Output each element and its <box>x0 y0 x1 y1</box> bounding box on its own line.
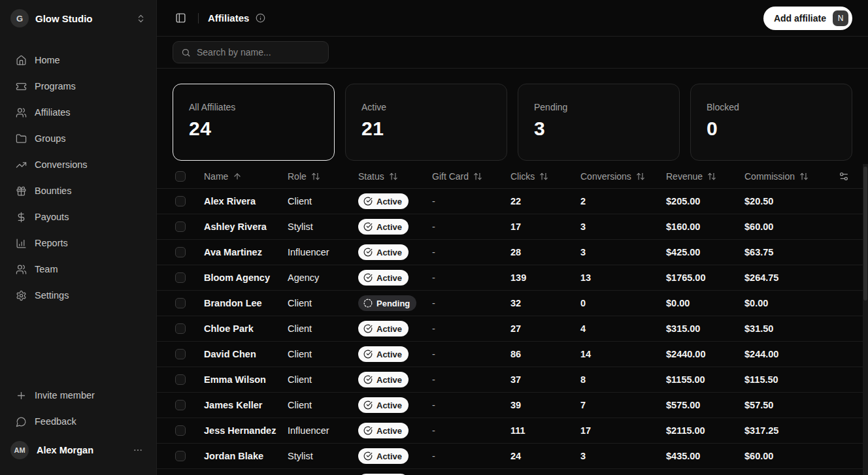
search-box[interactable] <box>173 41 329 63</box>
gift-icon <box>16 186 27 197</box>
workspace-switcher[interactable]: G Glow Studio <box>0 0 156 35</box>
circle-check-icon <box>363 222 373 231</box>
row-checkbox[interactable] <box>175 451 186 461</box>
cell-name: Jordan Blake <box>204 451 288 461</box>
row-checkbox[interactable] <box>175 298 186 308</box>
row-checkbox[interactable] <box>175 349 186 359</box>
table-row[interactable]: Chloe ParkClientActive-274$315.00$31.50 <box>157 316 868 342</box>
column-header-gift-card[interactable]: Gift Card <box>432 171 510 182</box>
cell-revenue: $205.00 <box>666 196 744 206</box>
table-row[interactable]: Active <box>157 469 868 475</box>
row-checkbox[interactable] <box>175 425 186 436</box>
select-all-checkbox[interactable] <box>175 171 186 182</box>
row-checkbox[interactable] <box>175 400 186 410</box>
row-checkbox[interactable] <box>175 247 186 257</box>
table-row[interactable]: Alex RiveraClientActive-222$205.00$20.50 <box>157 189 868 214</box>
sidebar-toggle-icon[interactable] <box>173 10 189 26</box>
sidebar-item-payouts[interactable]: Payouts <box>0 204 156 230</box>
sidebar-item-groups[interactable]: Groups <box>0 125 156 152</box>
stat-card-active[interactable]: Active21 <box>345 84 507 161</box>
cell-conversions: 3 <box>580 221 666 232</box>
table-row[interactable]: Ava MartinezInfluencerActive-283$425.00$… <box>157 240 868 265</box>
row-checkbox[interactable] <box>175 374 186 385</box>
sidebar-item-bounties[interactable]: Bounties <box>0 178 156 204</box>
cell-gift-card: - <box>432 196 510 206</box>
cell-clicks: 32 <box>510 298 580 308</box>
cell-conversions: 7 <box>580 400 666 410</box>
table-row[interactable]: James KellerClientActive-397$575.00$57.5… <box>157 393 868 418</box>
app-root: G Glow Studio HomeProgramsAffiliatesGrou… <box>0 0 868 475</box>
cell-revenue: $1155.00 <box>666 374 744 385</box>
cell-gift-card: - <box>432 323 510 334</box>
cell-clicks: 39 <box>510 400 580 410</box>
status-label: Active <box>376 248 402 257</box>
add-affiliate-label: Add affiliate <box>774 13 826 24</box>
sidebar-item-conversions[interactable]: Conversions <box>0 152 156 178</box>
column-header-commission[interactable]: Commission <box>744 171 829 182</box>
circle-check-icon <box>363 273 373 282</box>
sidebar-item-programs[interactable]: Programs <box>0 73 156 99</box>
column-settings-icon[interactable] <box>829 171 849 182</box>
column-header-clicks[interactable]: Clicks <box>510 171 580 182</box>
sidebar-item-label: Settings <box>35 290 69 301</box>
stat-label: All Affiliates <box>189 102 318 112</box>
column-header-conversions[interactable]: Conversions <box>580 171 666 182</box>
sidebar-item-settings[interactable]: Settings <box>0 282 156 308</box>
cell-status: Active <box>358 193 432 209</box>
column-header-role[interactable]: Role <box>288 171 358 182</box>
chevrons-up-down-icon <box>136 14 146 24</box>
scrollbar[interactable] <box>863 164 868 475</box>
table-row[interactable]: David ChenClientActive-8614$2440.00$244.… <box>157 342 868 367</box>
row-checkbox[interactable] <box>175 221 186 232</box>
sidebar-item-affiliates[interactable]: Affiliates <box>0 99 156 125</box>
cell-name: David Chen <box>204 349 288 359</box>
row-checkbox-cell <box>173 400 204 410</box>
cell-name: Ashley Rivera <box>204 221 288 232</box>
column-header-name[interactable]: Name <box>204 171 288 182</box>
sidebar-item-reports[interactable]: Reports <box>0 230 156 256</box>
column-label: Gift Card <box>432 171 469 182</box>
status-label: Active <box>376 375 402 385</box>
row-checkbox[interactable] <box>175 323 186 334</box>
row-checkbox[interactable] <box>175 196 186 206</box>
add-affiliate-button[interactable]: Add affiliate N <box>763 7 852 30</box>
table-row[interactable]: Brandon LeeClientPending-320$0.00$0.00 <box>157 291 868 316</box>
footer-item-feedback[interactable]: Feedback <box>0 408 156 434</box>
cell-status: Active <box>358 244 432 260</box>
column-header-revenue[interactable]: Revenue <box>666 171 744 182</box>
row-checkbox[interactable] <box>175 272 186 283</box>
cell-revenue: $0.00 <box>666 298 744 308</box>
circle-check-icon <box>363 324 373 333</box>
cell-revenue: $435.00 <box>666 451 744 461</box>
cell-name: James Keller <box>204 400 288 410</box>
message-icon <box>16 416 27 427</box>
avatar: AM <box>10 441 29 459</box>
table-row[interactable]: Emma WilsonClientActive-378$1155.00$115.… <box>157 367 868 393</box>
cell-clicks: 24 <box>510 451 580 461</box>
scrollbar-thumb[interactable] <box>863 167 867 301</box>
row-checkbox-cell <box>173 374 204 385</box>
status-badge: Active <box>358 321 409 336</box>
stat-card-blocked[interactable]: Blocked0 <box>690 84 852 161</box>
stat-card-pending[interactable]: Pending3 <box>518 84 680 161</box>
cell-conversions: 14 <box>580 349 666 359</box>
sidebar-item-label: Reports <box>35 238 68 248</box>
sidebar-item-home[interactable]: Home <box>0 47 156 73</box>
search-input[interactable] <box>197 47 320 57</box>
table-row[interactable]: Jess HernandezInfluencerActive-11117$211… <box>157 418 868 444</box>
table-row[interactable]: Ashley RiveraStylistActive-173$160.00$60… <box>157 214 868 240</box>
info-icon[interactable] <box>256 13 265 23</box>
arrow-up-down-icon <box>636 172 645 181</box>
ellipsis-icon[interactable] <box>130 442 146 458</box>
cell-commission: $60.00 <box>744 451 829 461</box>
cell-status: Active <box>358 397 432 413</box>
column-header-status[interactable]: Status <box>358 171 432 182</box>
circle-check-icon <box>363 197 373 206</box>
user-profile[interactable]: AM Alex Morgan <box>0 434 156 468</box>
sidebar-item-team[interactable]: Team <box>0 256 156 282</box>
footer-item-invite-member[interactable]: Invite member <box>0 382 156 408</box>
table-row[interactable]: Jordan BlakeStylistActive-243$435.00$60.… <box>157 444 868 469</box>
stat-card-all-affiliates[interactable]: All Affiliates24 <box>173 84 335 161</box>
status-badge: Active <box>358 193 409 209</box>
table-row[interactable]: Bloom AgencyAgencyActive-13913$1765.00$2… <box>157 265 868 291</box>
